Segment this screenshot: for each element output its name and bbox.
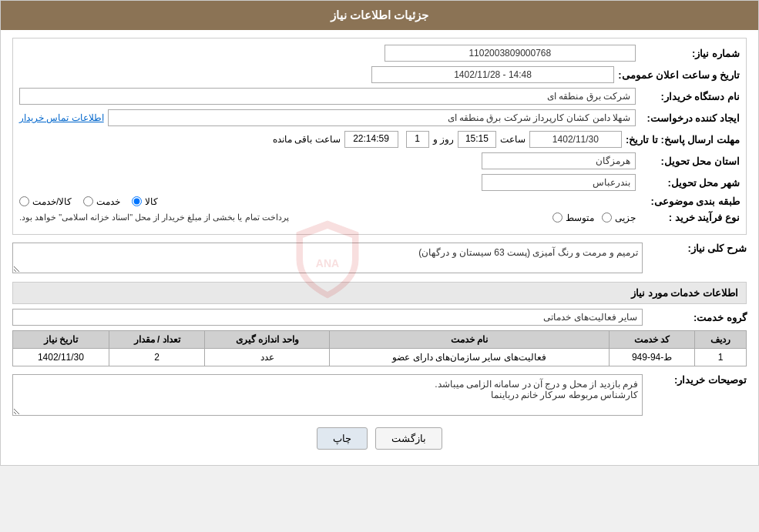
province-value: هرمزگان [482,152,636,169]
purchase-motavaset-option[interactable]: متوسط [552,212,594,223]
category-kala-service-option[interactable]: کالا/خدمت [19,196,72,207]
table-cell: 2 [109,349,205,366]
table-row: 1ط-94-949فعالیت‌های سایر سازمان‌های دارا… [13,349,747,366]
days-label: روز و [433,134,454,145]
category-label: طبقه بندی موضوعی: [640,196,740,207]
need-desc-container: ANA [12,243,643,276]
category-service-radio[interactable] [83,196,93,206]
purchase-type-note: پرداخت تمام یا بخشی از مبلغ خریدار از مح… [19,212,289,223]
service-group-label: گروه خدمت: [646,312,747,323]
table-cell: عدد [205,349,330,366]
main-info-section: شماره نیاز: 1102003809000768 تاریخ و ساع… [12,38,747,235]
col-service-name: نام خدمت [330,331,610,349]
deadline-date: 1402/11/30 [529,131,622,148]
requester-org-row: نام دستگاه خریدار: شرکت برق منطقه ای [19,88,740,105]
need-number-value: 1102003809000768 [385,45,636,62]
service-info-title: اطلاعات خدمات مورد نیاز [12,282,747,304]
purchase-jozi-radio[interactable] [602,212,612,223]
remaining-label: ساعت باقی مانده [273,134,341,145]
table-header-row: ردیف کد خدمت نام خدمت واحد اندازه گیری ت… [13,331,747,349]
purchase-motavaset-label: متوسط [566,212,594,223]
col-date: تاریخ نیاز [13,331,109,349]
creator-label: ایجاد کننده درخواست: [640,112,740,124]
category-radio-group: کالا خدمت کالا/خدمت [19,196,636,207]
page-wrapper: جزئیات اطلاعات نیاز شماره نیاز: 11020038… [0,0,759,466]
category-row: طبقه بندی موضوعی: کالا خدمت کالا/خدمت [19,196,740,207]
category-kala-label: کالا [145,196,158,207]
buyer-desc-label: توصیحات خریدار: [646,374,747,386]
date-value: 1402/11/28 - 14:48 [371,66,614,83]
deadline-time: 15:15 [458,131,496,148]
province-row: استان محل تحویل: هرمزگان [19,152,740,169]
purchase-type-label: نوع فرآیند خرید : [640,212,740,223]
need-desc-label: شرح کلی نیاز: [646,243,747,254]
requester-org-value: شرکت برق منطقه ای [19,88,636,105]
category-service-option[interactable]: خدمت [83,196,120,207]
page-header: جزئیات اطلاعات نیاز [1,1,758,30]
date-label: تاریخ و ساعت اعلان عمومی: [618,69,740,81]
buyer-desc-value [12,374,643,416]
purchase-jozi-label: جزیی [615,212,636,223]
back-button[interactable]: بازگشت [375,427,442,450]
col-service-code: کد خدمت [609,331,695,349]
city-label: شهر محل تحویل: [640,177,740,189]
col-row-num: ردیف [695,331,747,349]
date-row: تاریخ و ساعت اعلان عمومی: 1402/11/28 - 1… [19,66,740,83]
need-number-row: شماره نیاز: 1102003809000768 [19,45,740,62]
category-kala-service-radio[interactable] [19,196,29,206]
category-kala-service-label: کالا/خدمت [32,196,72,207]
creator-contact-link[interactable]: اطلاعات تماس خریدار [19,112,104,123]
table-cell: ط-94-949 [609,349,695,366]
province-label: استان محل تحویل: [640,156,740,167]
category-service-label: خدمت [96,196,120,207]
need-number-label: شماره نیاز: [640,48,740,59]
table-cell: 1 [695,349,747,366]
col-unit: واحد اندازه گیری [205,331,330,349]
city-row: شهر محل تحویل: بندرعباس [19,174,740,191]
need-desc-value [12,243,643,273]
main-content: شماره نیاز: 1102003809000768 تاریخ و ساع… [1,30,758,465]
remaining-time: 22:14:59 [344,131,398,148]
deadline-label: مهلت ارسال پاسخ: تا تاریخ: [626,134,740,146]
col-quantity: تعداد / مقدار [109,331,205,349]
service-group-row: گروه خدمت: سایر فعالیت‌های خدماتی [12,309,747,326]
buyer-desc-section: توصیحات خریدار: [12,374,747,418]
table-cell: فعالیت‌های سایر سازمان‌های دارای عضو [330,349,610,366]
creator-value: شهلا دامن کشان کارپرداز شرکت برق منطقه ا… [108,109,636,126]
action-buttons: بازگشت چاپ [12,427,747,450]
creator-row: ایجاد کننده درخواست: شهلا دامن کشان کارپ… [19,109,740,126]
city-value: بندرعباس [482,174,636,191]
requester-org-label: نام دستگاه خریدار: [640,91,740,102]
days-value: 1 [406,131,429,148]
page-title: جزئیات اطلاعات نیاز [331,8,428,22]
purchase-motavaset-radio[interactable] [552,212,563,223]
service-table: ردیف کد خدمت نام خدمت واحد اندازه گیری ت… [12,330,747,366]
need-description-section: شرح کلی نیاز: ANA [12,243,747,276]
print-button[interactable]: چاپ [317,427,368,450]
time-label: ساعت [500,134,526,145]
category-kala-option[interactable]: کالا [132,196,158,207]
buyer-desc-container [12,374,643,418]
deadline-row: مهلت ارسال پاسخ: تا تاریخ: 1402/11/30 سا… [19,131,740,148]
purchase-jozi-option[interactable]: جزیی [602,212,636,223]
category-kala-radio[interactable] [132,196,142,206]
purchase-type-row: نوع فرآیند خرید : جزیی متوسط پرداخت تمام… [19,212,740,223]
purchase-type-radio-group: جزیی متوسط [301,212,636,223]
table-cell: 1402/11/30 [13,349,109,366]
service-group-value: سایر فعالیت‌های خدماتی [12,309,643,326]
